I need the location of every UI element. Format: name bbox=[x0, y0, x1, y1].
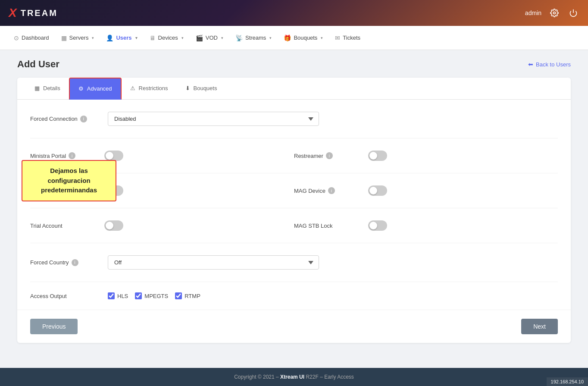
nav-label-tickets: Tickets bbox=[343, 35, 360, 41]
power-icon[interactable] bbox=[567, 7, 579, 19]
logo: X TREAM bbox=[9, 6, 58, 20]
chevron-down-icon: ▾ bbox=[181, 36, 184, 40]
download-icon: ⬇ bbox=[185, 85, 190, 91]
access-output-checkboxes: HLS MPEGTS RTMP bbox=[108, 292, 200, 299]
ip-badge: 192.168.254.10 bbox=[547, 377, 588, 386]
ministra-info-icon[interactable]: i bbox=[69, 152, 75, 159]
previous-button[interactable]: Previous bbox=[30, 319, 78, 334]
hls-checkbox[interactable] bbox=[108, 292, 115, 299]
mag-device-toggle[interactable] bbox=[368, 185, 387, 196]
trial-account-toggle[interactable] bbox=[104, 220, 123, 231]
sidebar-item-tickets[interactable]: ✉ Tickets bbox=[330, 32, 366, 44]
footer: Copyright © 2021 – Xtream UI R22F – Earl… bbox=[0, 368, 588, 386]
user-icon: 👤 bbox=[106, 35, 113, 41]
svg-point-0 bbox=[554, 12, 556, 14]
navbar: ⊙ Dashboard ▦ Servers ▾ 👤 Users ▾ 🖥 Devi… bbox=[0, 26, 588, 50]
form-actions: Previous Next bbox=[17, 310, 571, 343]
footer-copyright: Copyright © 2021 – bbox=[234, 374, 279, 380]
sidebar-item-devices[interactable]: 🖥 Devices ▾ bbox=[144, 32, 189, 44]
warning-icon: ⚠ bbox=[130, 85, 135, 91]
sliders-icon: ⚙ bbox=[78, 85, 84, 92]
ministra-restreamer-row: Ministra Portal i Restreamer i bbox=[30, 151, 558, 161]
tab-bouquets[interactable]: ⬇ Bouquets bbox=[177, 78, 226, 100]
tab-bar: ▦ Details ⚙ Advanced ⚠ Restrictions ⬇ Bo… bbox=[17, 78, 571, 100]
chevron-down-icon: ▾ bbox=[135, 36, 138, 40]
next-button[interactable]: Next bbox=[521, 319, 558, 334]
mag-device-toggle-slider bbox=[368, 185, 387, 196]
main-content: Dejamos las configuracion predeterminand… bbox=[0, 50, 588, 368]
sidebar-item-users[interactable]: 👤 Users ▾ bbox=[101, 32, 142, 44]
chevron-down-icon: ▾ bbox=[221, 36, 223, 40]
back-to-users-link[interactable]: ⬅ Back to Users bbox=[528, 61, 571, 68]
back-link-text: Back to Users bbox=[536, 61, 571, 68]
tab-restrictions[interactable]: ⚠ Restrictions bbox=[122, 78, 177, 100]
trial-col: Trial Account bbox=[30, 220, 294, 231]
tab-advanced[interactable]: ⚙ Advanced bbox=[69, 78, 122, 100]
tab-restrictions-label: Restrictions bbox=[139, 85, 168, 91]
hls-checkbox-item[interactable]: HLS bbox=[108, 292, 128, 299]
rtmp-checkbox-item[interactable]: RTMP bbox=[175, 292, 200, 299]
tab-advanced-label: Advanced bbox=[87, 85, 112, 92]
nav-label-devices: Devices bbox=[158, 35, 178, 41]
mag-device-col: MAG Device i bbox=[294, 185, 558, 196]
sidebar-item-bouquets[interactable]: 🎁 Bouquets ▾ bbox=[278, 32, 328, 44]
mag-device-info-icon[interactable]: i bbox=[328, 187, 335, 194]
mag-stb-toggle-slider bbox=[368, 220, 387, 231]
ministra-label: Ministra Portal i bbox=[30, 152, 99, 159]
rtmp-label: RTMP bbox=[185, 293, 200, 299]
chevron-down-icon: ▾ bbox=[92, 36, 94, 40]
gear-icon[interactable] bbox=[548, 7, 560, 19]
sidebar-item-dashboard[interactable]: ⊙ Dashboard bbox=[9, 32, 54, 44]
mpegts-checkbox[interactable] bbox=[135, 292, 142, 299]
ministra-toggle-slider bbox=[104, 151, 123, 161]
topbar: X TREAM admin bbox=[0, 0, 588, 26]
chevron-down-icon: ▾ bbox=[269, 36, 272, 40]
sidebar-item-streams[interactable]: 📡 Streams ▾ bbox=[230, 32, 277, 44]
tab-bouquets-label: Bouquets bbox=[194, 85, 217, 91]
rtmp-checkbox[interactable] bbox=[175, 292, 182, 299]
topbar-username: admin bbox=[525, 9, 541, 16]
mag-device-label: MAG Device i bbox=[294, 187, 363, 194]
trial-label: Trial Account bbox=[30, 223, 99, 229]
forced-connection-row: Forced Connection i Disabled 1 2 3 bbox=[30, 112, 558, 126]
ministra-portal-toggle[interactable] bbox=[104, 151, 123, 161]
tab-details[interactable]: ▦ Details bbox=[26, 78, 69, 100]
footer-brand: Xtream UI bbox=[280, 374, 304, 380]
mag-stb-label: MAG STB Lock bbox=[294, 223, 363, 229]
ministra-col: Ministra Portal i bbox=[30, 151, 294, 161]
restreamer-info-icon[interactable]: i bbox=[326, 152, 333, 159]
restreamer-col: Restreamer i bbox=[294, 151, 558, 161]
forced-country-select[interactable]: Off United States United Kingdom bbox=[108, 255, 319, 270]
trial-mag-stb-row: Trial Account MAG STB Lock bbox=[30, 220, 558, 231]
tab-details-label: Details bbox=[43, 85, 60, 91]
restreamer-toggle-slider bbox=[368, 151, 387, 161]
restreamer-toggle[interactable] bbox=[368, 151, 387, 161]
nav-label-vod: VOD bbox=[206, 35, 218, 41]
forced-connection-select[interactable]: Disabled 1 2 3 bbox=[108, 112, 319, 126]
table-icon: ▦ bbox=[34, 85, 40, 91]
annotation-box: Dejamos las configuracion predeterminand… bbox=[22, 160, 116, 201]
arrow-left-icon: ⬅ bbox=[528, 61, 533, 68]
sidebar-item-vod[interactable]: 🎬 VOD ▾ bbox=[191, 32, 228, 44]
nav-label-users: Users bbox=[116, 35, 131, 41]
mag-stb-lock-toggle[interactable] bbox=[368, 220, 387, 231]
nav-label-dashboard: Dashboard bbox=[22, 35, 49, 41]
mpegts-label: MPEGTS bbox=[144, 293, 168, 299]
logo-x: X bbox=[9, 6, 18, 20]
mpegts-checkbox-item[interactable]: MPEGTS bbox=[135, 292, 168, 299]
forced-country-label: Forced Country i bbox=[30, 259, 99, 266]
forced-country-info-icon[interactable]: i bbox=[72, 259, 78, 266]
access-output-label: Access Output bbox=[30, 293, 99, 299]
nav-label-servers: Servers bbox=[69, 35, 89, 41]
page-header: Add User ⬅ Back to Users bbox=[17, 59, 571, 70]
rss-icon: 📡 bbox=[235, 35, 243, 41]
mail-icon: ✉ bbox=[335, 35, 340, 41]
annotation-text: Dejamos las configuracion predeterminand… bbox=[41, 167, 97, 194]
mag-stb-col: MAG STB Lock bbox=[294, 220, 558, 231]
forced-connection-label: Forced Connection i bbox=[30, 116, 99, 122]
trial-toggle-slider bbox=[104, 220, 123, 231]
sidebar-item-servers[interactable]: ▦ Servers ▾ bbox=[56, 32, 100, 44]
forced-connection-info-icon[interactable]: i bbox=[80, 116, 87, 122]
add-user-card: ▦ Details ⚙ Advanced ⚠ Restrictions ⬇ Bo… bbox=[17, 78, 571, 343]
circle-icon: ⊙ bbox=[14, 35, 19, 41]
